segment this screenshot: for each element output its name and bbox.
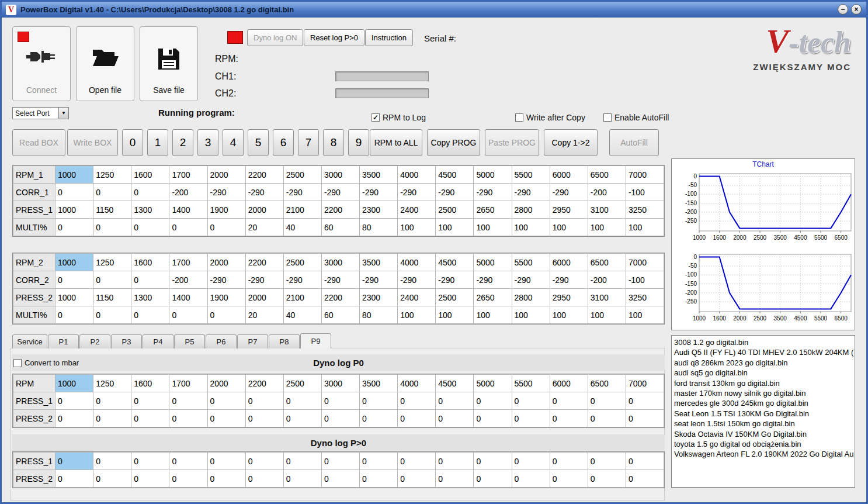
value-cell[interactable]: 1000 xyxy=(55,375,93,392)
value-cell[interactable]: 3000 xyxy=(321,254,359,271)
digit-7-button[interactable]: 7 xyxy=(298,129,319,156)
value-cell[interactable]: 3500 xyxy=(360,166,398,184)
file-item[interactable]: master 170km nowy silnik go digital.bin xyxy=(674,388,855,398)
value-cell[interactable]: 2800 xyxy=(512,201,550,219)
value-cell[interactable]: 3000 xyxy=(321,166,359,184)
value-cell[interactable]: 0 xyxy=(436,392,474,410)
write-box-button[interactable]: Write BOX xyxy=(67,129,118,156)
copy-1-2-button[interactable]: Copy 1->2 xyxy=(544,129,598,156)
value-cell[interactable]: 2300 xyxy=(360,201,398,219)
value-cell[interactable]: 0 xyxy=(436,470,474,488)
tab-p4[interactable]: P4 xyxy=(143,334,173,348)
value-cell[interactable]: 0 xyxy=(131,470,169,488)
value-cell[interactable]: 0 xyxy=(512,470,550,488)
value-cell[interactable]: 100 xyxy=(588,219,626,236)
value-cell[interactable]: 0 xyxy=(169,470,207,488)
digit-9-button[interactable]: 9 xyxy=(348,129,369,156)
value-cell[interactable]: 0 xyxy=(169,453,207,470)
value-cell[interactable]: 0 xyxy=(550,470,588,488)
value-cell[interactable]: 0 xyxy=(207,219,245,236)
value-cell[interactable]: 0 xyxy=(588,470,626,488)
value-cell[interactable]: 0 xyxy=(131,410,169,427)
value-cell[interactable]: 1900 xyxy=(207,201,245,219)
value-cell[interactable]: 0 xyxy=(131,392,169,410)
value-cell[interactable]: 6500 xyxy=(588,254,626,271)
value-cell[interactable]: -290 xyxy=(283,271,321,289)
value-cell[interactable]: 2800 xyxy=(512,289,550,306)
value-cell[interactable]: 100 xyxy=(588,306,626,324)
value-cell[interactable]: 100 xyxy=(512,306,550,324)
value-cell[interactable]: 2500 xyxy=(283,166,321,184)
title-bar[interactable]: V PowerBox Digital v1.40 - C:\Users\Prod… xyxy=(2,2,866,18)
value-cell[interactable]: 0 xyxy=(169,219,207,236)
value-cell[interactable]: -290 xyxy=(321,271,359,289)
value-cell[interactable]: 2200 xyxy=(245,254,283,271)
value-cell[interactable]: 5500 xyxy=(512,254,550,271)
save-file-button[interactable]: Save file xyxy=(140,26,198,101)
value-cell[interactable]: 0 xyxy=(588,453,626,470)
value-cell[interactable]: 60 xyxy=(321,306,359,324)
value-cell[interactable]: -290 xyxy=(283,184,321,201)
value-cell[interactable]: 2500 xyxy=(436,289,474,306)
value-cell[interactable]: 100 xyxy=(398,306,436,324)
value-cell[interactable]: 0 xyxy=(321,453,359,470)
value-cell[interactable]: -290 xyxy=(512,271,550,289)
value-cell[interactable]: 0 xyxy=(626,470,664,488)
value-cell[interactable]: -290 xyxy=(245,271,283,289)
file-item[interactable]: seat leon 1.5tsi 150km go digital.bin xyxy=(674,419,855,429)
value-cell[interactable]: 0 xyxy=(360,410,398,427)
value-cell[interactable]: 3100 xyxy=(588,201,626,219)
digit-2-button[interactable]: 2 xyxy=(172,129,193,156)
value-cell[interactable]: 2200 xyxy=(245,166,283,184)
value-cell[interactable]: 0 xyxy=(55,271,93,289)
value-cell[interactable]: 2300 xyxy=(360,289,398,306)
open-file-button[interactable]: Open file xyxy=(76,26,134,101)
value-cell[interactable]: 1300 xyxy=(131,201,169,219)
tab-p8[interactable]: P8 xyxy=(269,334,300,348)
value-cell[interactable]: 5000 xyxy=(474,166,512,184)
value-cell[interactable]: 1000 xyxy=(55,201,93,219)
value-cell[interactable]: 0 xyxy=(131,219,169,236)
value-cell[interactable]: 0 xyxy=(321,410,359,427)
value-cell[interactable]: 80 xyxy=(360,306,398,324)
tab-p6[interactable]: P6 xyxy=(206,334,237,348)
value-cell[interactable]: 0 xyxy=(436,410,474,427)
value-cell[interactable]: 4500 xyxy=(436,375,474,392)
value-cell[interactable]: 0 xyxy=(588,392,626,410)
value-cell[interactable]: 0 xyxy=(360,392,398,410)
value-cell[interactable]: 40 xyxy=(283,306,321,324)
value-cell[interactable]: 0 xyxy=(283,453,321,470)
value-cell[interactable]: 20 xyxy=(245,306,283,324)
value-cell[interactable]: 1400 xyxy=(169,201,207,219)
value-cell[interactable]: -290 xyxy=(474,184,512,201)
value-cell[interactable]: 5000 xyxy=(474,254,512,271)
value-cell[interactable]: 0 xyxy=(93,470,131,488)
instruction-button[interactable]: Instruction xyxy=(365,29,413,46)
value-cell[interactable]: -290 xyxy=(550,271,588,289)
file-item[interactable]: toyota 1.5 go digital od obciążenia.bin xyxy=(674,439,855,449)
value-cell[interactable]: 1600 xyxy=(131,166,169,184)
convert-to-mbar-checkbox[interactable]: ✓ Convert to mbar xyxy=(13,358,79,367)
value-cell[interactable]: -290 xyxy=(474,271,512,289)
value-cell[interactable]: 0 xyxy=(398,410,436,427)
value-cell[interactable]: 4500 xyxy=(436,166,474,184)
tab-p3[interactable]: P3 xyxy=(111,334,142,348)
value-cell[interactable]: -290 xyxy=(512,184,550,201)
tab-p2[interactable]: P2 xyxy=(79,334,110,348)
value-cell[interactable]: 0 xyxy=(398,392,436,410)
value-cell[interactable]: 0 xyxy=(207,392,245,410)
value-cell[interactable]: 0 xyxy=(474,470,512,488)
autofill-button[interactable]: AutoFill xyxy=(609,129,659,156)
value-cell[interactable]: 0 xyxy=(474,453,512,470)
value-cell[interactable]: -200 xyxy=(169,184,207,201)
value-cell[interactable]: 2650 xyxy=(474,201,512,219)
dyno-log-on-button[interactable]: Dyno log ON xyxy=(247,29,303,46)
read-box-button[interactable]: Read BOX xyxy=(12,129,65,156)
value-cell[interactable]: 2000 xyxy=(245,201,283,219)
value-cell[interactable]: 0 xyxy=(283,470,321,488)
value-cell[interactable]: 0 xyxy=(512,410,550,427)
value-cell[interactable]: 100 xyxy=(550,219,588,236)
value-cell[interactable]: 0 xyxy=(321,392,359,410)
value-cell[interactable]: 0 xyxy=(512,453,550,470)
value-cell[interactable]: 2200 xyxy=(321,201,359,219)
